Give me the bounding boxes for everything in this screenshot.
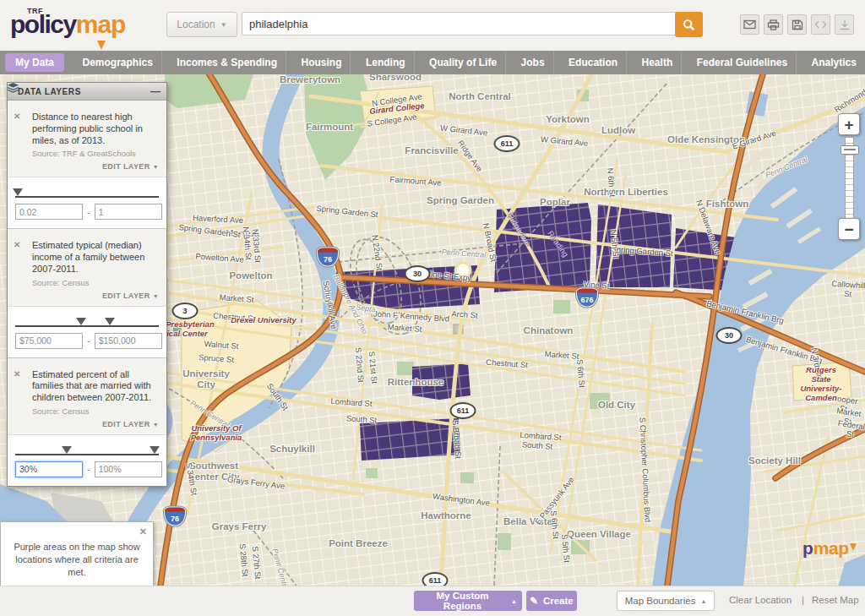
- layers-icon: [8, 83, 19, 93]
- logo-map: map: [76, 10, 126, 38]
- clear-location-link[interactable]: Clear Location: [729, 595, 792, 605]
- chevron-down-icon: ▼: [220, 21, 227, 29]
- panel-title: DATA LAYERS: [18, 87, 81, 96]
- remove-layer-icon[interactable]: ✕: [14, 112, 32, 171]
- create-button[interactable]: ✎ Create: [526, 591, 577, 611]
- nav-quality-of-life[interactable]: Quality of Life: [421, 51, 506, 74]
- edit-layer-button[interactable]: EDIT LAYER▼: [32, 420, 159, 428]
- close-note-icon[interactable]: ✕: [139, 526, 147, 538]
- nav-incomes-spending[interactable]: Incomes & Spending: [168, 51, 286, 74]
- layer-description: Distance to nearest high performing publ…: [32, 112, 159, 146]
- nav-education[interactable]: Education: [560, 51, 627, 74]
- search-input[interactable]: [242, 12, 681, 35]
- email-icon[interactable]: [740, 14, 759, 35]
- print-icon[interactable]: [764, 14, 783, 35]
- criteria-note: ✕ Purple areas on the map show locations…: [0, 521, 154, 586]
- data-layers-panel: DATA LAYERS — ✕Distance to nearest high …: [7, 82, 167, 487]
- slider-handle[interactable]: [76, 318, 86, 325]
- remove-layer-icon[interactable]: ✕: [14, 240, 32, 299]
- nav-demographics[interactable]: Demographics: [73, 51, 161, 74]
- range-max-input[interactable]: [95, 333, 162, 349]
- layer-description: Estimated percent of all families that a…: [32, 369, 159, 404]
- save-icon[interactable]: [787, 14, 807, 35]
- location-dropdown[interactable]: Location ▼: [166, 12, 237, 37]
- search-icon: [683, 19, 695, 31]
- policymap-logo[interactable]: TRFpolicymap: [10, 10, 125, 44]
- zoom-slider-handle[interactable]: [841, 145, 859, 155]
- criteria-note-text: Purple areas on the map show locations w…: [14, 542, 139, 577]
- header-icons: [740, 14, 854, 35]
- range-min-input[interactable]: [15, 204, 83, 220]
- range-min-input[interactable]: [15, 461, 83, 477]
- layer-source: Source: Census: [32, 278, 159, 287]
- nav-federal-guidelines[interactable]: Federal Guidelines: [688, 51, 797, 74]
- search-button[interactable]: [675, 12, 703, 37]
- remove-layer-icon[interactable]: ✕: [14, 369, 32, 428]
- nav-health[interactable]: Health: [634, 51, 683, 74]
- data-layers-panel-header[interactable]: DATA LAYERS —: [8, 83, 166, 101]
- slider-handle[interactable]: [105, 318, 115, 325]
- range-min-input[interactable]: [15, 333, 83, 349]
- layer-list: ✕Distance to nearest high performing pub…: [8, 101, 166, 486]
- edit-layer-button[interactable]: EDIT LAYER▼: [32, 162, 159, 171]
- slider-handle[interactable]: [150, 446, 160, 454]
- nav-jobs[interactable]: Jobs: [513, 51, 554, 74]
- range-slider: [15, 185, 159, 198]
- separator: |: [802, 595, 804, 605]
- zoom-out-button[interactable]: −: [838, 218, 860, 240]
- app-header: TRFpolicymap Location ▼: [0, 0, 865, 52]
- reset-map-link[interactable]: Reset Map: [812, 595, 859, 605]
- slider-handle[interactable]: [62, 446, 72, 454]
- range-max-input[interactable]: [95, 204, 162, 220]
- my-custom-regions-button[interactable]: My Custom Regions ▲: [414, 591, 522, 611]
- edit-layer-button[interactable]: EDIT LAYER▼: [32, 292, 159, 300]
- nav-lending[interactable]: Lending: [357, 51, 415, 74]
- download-icon[interactable]: [835, 14, 854, 35]
- range-slider: [15, 314, 159, 327]
- location-dropdown-label: Location: [177, 19, 215, 30]
- bottom-bar: My Custom Regions ▲ ✎ Create Map Boundar…: [0, 586, 865, 616]
- zoom-in-button[interactable]: +: [838, 113, 860, 135]
- nav-analytics[interactable]: Analytics: [803, 51, 865, 74]
- layer-card: ✕Estimated typical (median) income of a …: [8, 229, 166, 357]
- map-canvas[interactable]: BrewerytownSharswoodNorth CentralYorktow…: [0, 74, 865, 586]
- layer-description: Estimated typical (median) income of a f…: [32, 240, 159, 275]
- nav-my-data[interactable]: My Data: [5, 53, 64, 72]
- logo-trf: TRF: [27, 7, 43, 15]
- range-max-input[interactable]: [95, 461, 162, 477]
- collapse-panel-icon[interactable]: —: [150, 87, 160, 95]
- chevron-up-icon: ▲: [700, 598, 706, 604]
- layer-source: Source: TRF & GreatSchools: [32, 149, 159, 158]
- layer-card: ✕Estimated percent of all families that …: [8, 358, 166, 486]
- chevron-up-icon: ▲: [511, 598, 517, 604]
- pencil-icon: ✎: [530, 595, 538, 607]
- main-nav: My DataDemographicsIncomes & SpendingHou…: [0, 51, 865, 74]
- slider-handle[interactable]: [13, 188, 23, 196]
- nav-housing[interactable]: Housing: [292, 51, 351, 74]
- layer-card: ✕Distance to nearest high performing pub…: [8, 101, 166, 229]
- range-slider: [15, 443, 159, 455]
- map-boundaries-button[interactable]: Map Boundaries ▲: [617, 591, 715, 611]
- code-icon[interactable]: [811, 14, 830, 35]
- layer-source: Source: Census: [32, 406, 159, 416]
